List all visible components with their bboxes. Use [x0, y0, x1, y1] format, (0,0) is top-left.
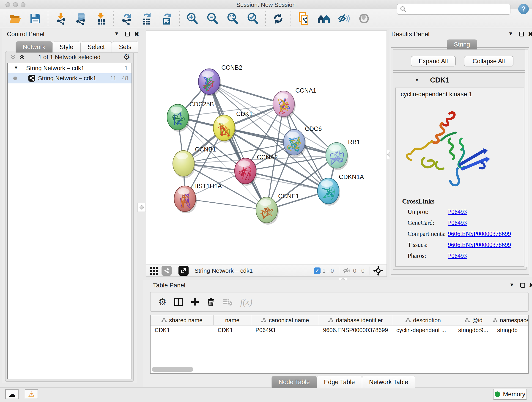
network-node-CCNE1[interactable]: CCNE1: [256, 193, 299, 225]
table-cell[interactable]: 9606.ENSP00000378699: [319, 325, 392, 335]
string-home-button[interactable]: [314, 11, 334, 27]
cloud-icon[interactable]: ☁: [5, 389, 19, 399]
crosslink-label: Uniprot:: [402, 208, 448, 216]
memory-button[interactable]: Memory: [493, 389, 527, 400]
table-cell[interactable]: cyclin-dependent ...: [392, 325, 454, 335]
network-node-CDC6[interactable]: CDC6: [283, 125, 322, 157]
window-status-bar: ☁ ⚠ Memory: [0, 387, 532, 402]
column-header--id[interactable]: @id: [454, 315, 493, 325]
network-edge-HIST1H1A-CCNE1[interactable]: [185, 199, 267, 210]
network-node-HIST1H1A[interactable]: HIST1H1A: [174, 183, 222, 213]
zoom-selected-button[interactable]: [243, 11, 263, 27]
table-cell[interactable]: CDK1: [214, 325, 251, 335]
selected-checkbox-icon[interactable]: ✓: [314, 268, 321, 274]
node-result-header[interactable]: ▼ CDK1: [393, 73, 526, 87]
import-network-database-button[interactable]: [71, 11, 91, 27]
presentation-mode-button[interactable]: [354, 11, 374, 27]
disclosure-triangle-icon[interactable]: ▼: [414, 77, 419, 83]
table-cell[interactable]: stringdb: [493, 325, 529, 335]
panel-close-icon[interactable]: ✖: [528, 31, 532, 38]
panel-float-icon[interactable]: ▼: [508, 31, 513, 37]
results-scrollbar[interactable]: [525, 50, 528, 267]
node-label-CCNE1: CCNE1: [278, 193, 299, 200]
column-tree-icon: [261, 318, 266, 323]
table-cell[interactable]: P06493: [251, 325, 319, 335]
import-network-file-button[interactable]: [51, 11, 71, 27]
column-header-description[interactable]: description: [392, 315, 454, 325]
column-header-namespace[interactable]: namespace: [493, 315, 529, 325]
network-row-selected[interactable]: String Network – cdk1 11 48: [8, 73, 132, 83]
crosslink-compartments-link[interactable]: 9606.ENSP00000378699: [448, 230, 511, 237]
network-collection-row[interactable]: ▼ String Network – cdk1 1: [8, 63, 132, 73]
panel-maximize-icon[interactable]: [519, 32, 524, 36]
help-question-mark: ?: [521, 5, 526, 13]
clone-network-button[interactable]: [293, 11, 314, 27]
node-result-title: CDK1: [430, 76, 449, 84]
crosslink-uniprot-link[interactable]: P06493: [448, 208, 467, 216]
zoom-in-button[interactable]: [182, 11, 202, 27]
status-separator: [370, 267, 370, 275]
node-table[interactable]: shared namenamecanonical namedatabase id…: [150, 315, 529, 374]
crosslink-genecard-link[interactable]: P06493: [448, 219, 467, 226]
tab-sets[interactable]: Sets: [112, 41, 138, 53]
zoom-out-button[interactable]: [202, 11, 222, 27]
collection-disclosure-icon[interactable]: ▼: [14, 65, 18, 70]
panel-close-icon[interactable]: ✖: [529, 282, 532, 289]
panel-float-icon[interactable]: ▼: [509, 282, 514, 288]
left-splitter-handle[interactable]: [138, 203, 146, 212]
table-cell[interactable]: stringdb:9...: [454, 325, 493, 335]
help-button[interactable]: ?: [518, 4, 529, 14]
export-network-button[interactable]: [116, 11, 137, 27]
column-header-label: description: [413, 317, 441, 324]
panel-close-icon[interactable]: ✖: [134, 31, 139, 38]
grid-view-icon[interactable]: [150, 267, 158, 275]
network-list-gear-icon[interactable]: ⚙: [123, 52, 130, 61]
column-header-name[interactable]: name: [214, 315, 251, 325]
tab-string[interactable]: String: [447, 39, 477, 50]
import-table-button[interactable]: [91, 11, 111, 27]
save-session-button[interactable]: [25, 11, 45, 27]
show-columns-icon[interactable]: [174, 298, 183, 306]
panel-maximize-icon[interactable]: [520, 283, 525, 288]
tab-edge-table[interactable]: Edge Table: [317, 376, 362, 388]
control-panel: Control Panel ▼ ✖ Network Style Select S…: [2, 29, 137, 383]
tab-network[interactable]: Network: [16, 41, 52, 53]
delete-column-trash-icon[interactable]: [207, 298, 215, 306]
tab-style[interactable]: Style: [52, 41, 80, 53]
open-session-button[interactable]: [5, 11, 25, 27]
column-header-canonical-name[interactable]: canonical name: [251, 315, 319, 325]
export-image-button[interactable]: [157, 11, 177, 27]
tab-select[interactable]: Select: [80, 41, 112, 53]
warning-icon[interactable]: ⚠: [25, 389, 38, 399]
network-graph[interactable]: CCNB2CCNA1CDC25BCDK1CDC6RB1CCNB1CCNA2CDK…: [146, 31, 387, 265]
expand-all-button[interactable]: Expand All: [411, 56, 456, 66]
collection-name: String Network – cdk1: [26, 65, 84, 72]
tab-network-table[interactable]: Network Table: [362, 376, 415, 388]
crosslink-pharos-link[interactable]: P06493: [448, 252, 467, 259]
crosslink-tissues-link[interactable]: 9606.ENSP00000378699: [448, 241, 511, 249]
column-header-shared-name[interactable]: shared name: [151, 315, 214, 325]
refresh-button[interactable]: [268, 11, 288, 27]
collapse-all-button[interactable]: Collapse All: [464, 56, 513, 66]
search-input[interactable]: [397, 4, 510, 15]
table-horizontal-scrollbar[interactable]: [152, 367, 193, 372]
table-settings-gear-icon[interactable]: ⚙: [158, 297, 167, 307]
network-type-icon: [28, 75, 35, 82]
node-table-data-row[interactable]: CDK1CDK1P064939606.ENSP00000378699cyclin…: [151, 325, 528, 335]
network-node-CDKN1A[interactable]: CDKN1A: [317, 173, 364, 206]
zoom-fit-button[interactable]: [222, 11, 243, 27]
network-node-RB1[interactable]: RB1: [326, 139, 360, 170]
hide-graphics-button[interactable]: [334, 11, 354, 27]
birdseye-crosshair-icon[interactable]: [373, 266, 383, 276]
table-cell[interactable]: CDK1: [151, 325, 214, 335]
network-edge-CCNB2-CCNE1[interactable]: [209, 82, 267, 210]
tab-node-table[interactable]: Node Table: [272, 376, 317, 388]
column-header-database-identifier[interactable]: database identifier: [319, 315, 392, 325]
open-in-window-button[interactable]: [178, 266, 189, 276]
panel-float-icon[interactable]: ▼: [114, 31, 119, 37]
network-overview-button[interactable]: [162, 266, 172, 276]
export-table-button[interactable]: [137, 11, 157, 27]
panel-maximize-icon[interactable]: [125, 32, 130, 36]
add-column-icon[interactable]: [191, 298, 199, 306]
network-canvas[interactable]: CCNB2CCNA1CDC25BCDK1CDC6RB1CCNB1CCNA2CDK…: [146, 31, 387, 265]
